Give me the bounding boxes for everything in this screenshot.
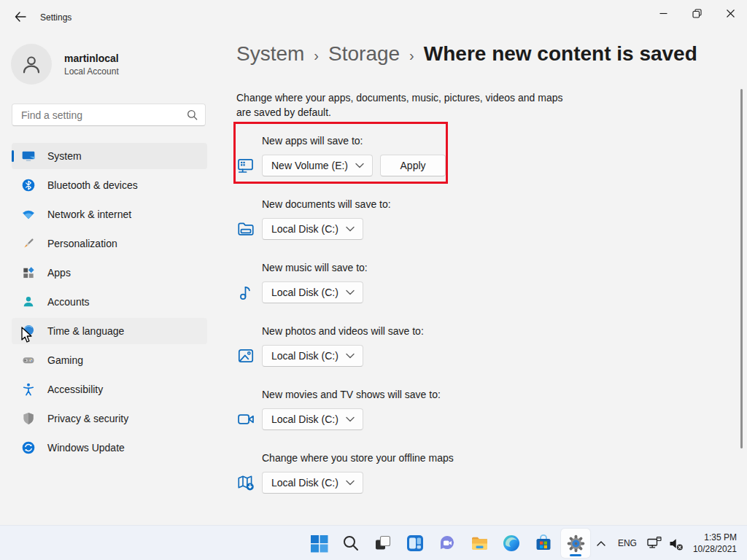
breadcrumb-system[interactable]: System xyxy=(236,42,304,66)
apps-icon xyxy=(21,265,36,280)
minimize-button[interactable] xyxy=(646,0,680,26)
taskbar-settings-button[interactable] xyxy=(561,529,590,558)
dropdown-value: Local Disk (C:) xyxy=(271,413,338,425)
apply-button[interactable]: Apply xyxy=(380,155,446,176)
sidebar-nav: System Bluetooth & devices Network & int… xyxy=(12,143,207,464)
apps-save-icon xyxy=(236,156,255,175)
section-label: New movies and TV shows will save to: xyxy=(262,389,470,403)
titlebar: Settings xyxy=(0,0,747,29)
taskbar-search-button[interactable] xyxy=(336,529,365,558)
account-card[interactable]: martinlocal Local Account xyxy=(11,44,119,85)
page-title: Where new content is saved xyxy=(424,42,697,66)
settings-sidebar: martinlocal Local Account System Bluetoo… xyxy=(0,29,219,525)
sidebar-item-label: Windows Update xyxy=(47,442,125,454)
language-indicator[interactable]: ENG xyxy=(611,529,643,558)
accessibility-icon xyxy=(21,382,36,397)
search-icon[interactable] xyxy=(187,109,198,120)
restore-icon xyxy=(692,9,702,18)
privacy-icon xyxy=(21,411,36,426)
breadcrumb: System › Storage › Where new content is … xyxy=(236,42,697,66)
sidebar-item-time-language[interactable]: Time & language xyxy=(12,318,207,344)
search-box[interactable] xyxy=(12,104,206,126)
restore-button[interactable] xyxy=(680,0,713,26)
new-movies-drive-dropdown[interactable]: Local Disk (C:) xyxy=(262,408,363,430)
speaker-muted-icon xyxy=(668,536,684,551)
widgets-button[interactable] xyxy=(400,529,430,558)
close-button[interactable] xyxy=(713,0,747,26)
new-apps-drive-dropdown[interactable]: New Volume (E:) xyxy=(262,155,373,176)
app-title: Settings xyxy=(40,12,71,23)
sidebar-item-gaming[interactable]: Gaming xyxy=(12,347,207,373)
start-icon xyxy=(310,534,328,553)
sidebar-item-apps[interactable]: Apps xyxy=(12,260,207,286)
sidebar-item-label: Time & language xyxy=(47,325,124,337)
sidebar-item-label: Personalization xyxy=(47,238,117,249)
dropdown-value: Local Disk (C:) xyxy=(271,350,338,362)
hidden-icons-button[interactable] xyxy=(591,529,611,558)
sidebar-item-network-internet[interactable]: Network & internet xyxy=(12,201,207,228)
chat-icon xyxy=(438,534,457,553)
sidebar-item-label: Privacy & security xyxy=(47,413,128,424)
sidebar-item-accounts[interactable]: Accounts xyxy=(12,289,207,315)
chevron-down-icon xyxy=(346,353,355,359)
sidebar-item-personalization[interactable]: Personalization xyxy=(12,230,207,257)
avatar xyxy=(11,44,52,85)
movies-icon xyxy=(236,410,255,429)
sidebar-item-label: Apps xyxy=(47,267,71,279)
sidebar-item-label: Bluetooth & devices xyxy=(47,179,138,191)
edge-icon xyxy=(502,534,521,553)
accounts-icon xyxy=(21,295,36,309)
chat-button[interactable] xyxy=(433,529,462,558)
start-button[interactable] xyxy=(304,529,333,558)
search-input[interactable] xyxy=(21,109,187,121)
person-icon xyxy=(20,52,43,76)
dropdown-value: Local Disk (C:) xyxy=(271,223,338,235)
chevron-down-icon xyxy=(346,480,355,486)
chevron-down-icon xyxy=(355,163,364,168)
store-button[interactable] xyxy=(529,529,558,558)
offline-maps-drive-dropdown[interactable]: Local Disk (C:) xyxy=(262,472,363,494)
bluetooth-icon xyxy=(21,178,36,192)
sidebar-item-privacy-security[interactable]: Privacy & security xyxy=(12,405,207,432)
section-label: Change where you store your offline maps xyxy=(262,452,470,467)
clock-date: 10/28/2021 xyxy=(693,543,737,555)
section-new-music: New music will save to: Local Disk (C:) xyxy=(236,262,470,303)
sidebar-item-system[interactable]: System xyxy=(12,143,207,169)
personalization-icon xyxy=(21,236,36,251)
sidebar-item-label: Accessibility xyxy=(47,384,103,395)
section-label: New apps will save to: xyxy=(262,135,470,149)
volume-tray-button[interactable] xyxy=(665,529,687,558)
close-icon xyxy=(727,9,735,18)
section-new-apps: New apps will save to: New Volume (E:) A… xyxy=(236,135,470,176)
dropdown-value: New Volume (E:) xyxy=(271,160,348,171)
breadcrumb-separator: › xyxy=(409,47,414,64)
back-button[interactable] xyxy=(10,9,31,25)
sidebar-item-windows-update[interactable]: Windows Update xyxy=(12,435,207,461)
chevron-down-icon xyxy=(346,226,355,232)
time-language-icon xyxy=(21,324,36,338)
maps-icon xyxy=(236,473,255,492)
music-icon xyxy=(236,283,255,302)
chevron-down-icon xyxy=(346,289,355,295)
widgets-icon xyxy=(406,534,425,553)
new-photos-drive-dropdown[interactable]: Local Disk (C:) xyxy=(262,345,363,367)
clock[interactable]: 1:35 PM 10/28/2021 xyxy=(687,532,744,555)
task-view-button[interactable] xyxy=(368,529,398,558)
new-documents-drive-dropdown[interactable]: Local Disk (C:) xyxy=(262,218,363,240)
taskbar: ENG 1:35 PM 10/28/2021 xyxy=(0,525,747,560)
new-music-drive-dropdown[interactable]: Local Disk (C:) xyxy=(262,281,363,303)
edge-button[interactable] xyxy=(497,529,526,558)
sidebar-item-label: System xyxy=(47,150,82,162)
store-icon xyxy=(534,534,553,553)
network-tray-button[interactable] xyxy=(643,529,665,558)
sidebar-item-accessibility[interactable]: Accessibility xyxy=(12,376,207,402)
sidebar-item-bluetooth-devices[interactable]: Bluetooth & devices xyxy=(12,172,207,198)
breadcrumb-storage[interactable]: Storage xyxy=(328,42,400,66)
account-name: martinlocal xyxy=(64,52,119,64)
sidebar-item-label: Gaming xyxy=(47,354,83,366)
section-new-photos-videos: New photos and videos will save to: Loca… xyxy=(236,325,470,367)
scrollbar-thumb[interactable] xyxy=(740,89,743,448)
chevron-down-icon xyxy=(346,416,355,422)
file-explorer-button[interactable] xyxy=(465,529,494,558)
gaming-icon xyxy=(21,353,36,368)
